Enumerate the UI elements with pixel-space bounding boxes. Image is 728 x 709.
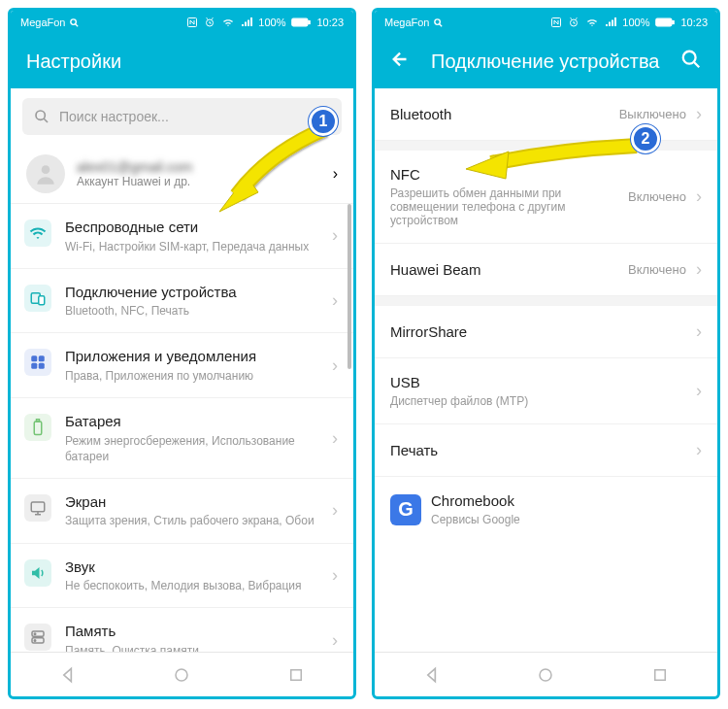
svg-rect-14 — [39, 363, 45, 369]
chevron-right-icon: › — [696, 186, 702, 207]
row-value: Выключено — [619, 107, 686, 121]
nav-home-button[interactable] — [516, 666, 575, 684]
svg-rect-17 — [31, 502, 45, 512]
account-sub: Аккаунт Huawei и др. — [77, 175, 321, 188]
row-print[interactable]: Печать › — [375, 424, 717, 477]
clock-label: 10:23 — [316, 17, 344, 28]
item-subtitle: Права, Приложения по умолчанию — [65, 368, 318, 384]
svg-rect-12 — [39, 356, 45, 362]
nav-back-button[interactable] — [403, 665, 461, 685]
settings-item-sound[interactable]: Звук Не беспокоить, Мелодия вызова, Вибр… — [11, 544, 353, 609]
svg-point-6 — [36, 111, 45, 119]
wifi-icon — [221, 17, 235, 28]
svg-rect-4 — [292, 18, 308, 26]
svg-rect-10 — [39, 295, 45, 304]
row-title: NFC — [390, 166, 618, 183]
search-placeholder: Поиск настроек... — [59, 109, 169, 124]
storage-icon — [24, 624, 51, 651]
apps-icon — [24, 349, 51, 376]
account-row[interactable]: alex01@gmail.com Аккаунт Huawei и др. › — [11, 145, 353, 204]
row-chromebook[interactable]: G Chromebook Сервисы Google — [375, 477, 717, 542]
wifi-icon — [585, 17, 599, 28]
wifi-settings-icon — [24, 219, 51, 247]
annotation-badge-1: 1 — [309, 107, 338, 136]
device-connect-icon — [24, 285, 51, 312]
search-input[interactable]: Поиск настроек... — [22, 98, 342, 135]
alarm-icon — [204, 17, 215, 28]
settings-item-display[interactable]: Экран Защита зрения, Стиль рабочего экра… — [11, 479, 353, 544]
display-icon — [24, 494, 51, 522]
item-title: Память — [65, 622, 318, 641]
chevron-right-icon: › — [332, 630, 338, 651]
clock-label: 10:23 — [680, 17, 708, 28]
row-title: Bluetooth — [390, 106, 610, 122]
settings-item-battery[interactable]: Батарея Режим энергосбережения, Использо… — [11, 398, 353, 479]
row-huawei-beam[interactable]: Huawei Beam Включено › — [375, 244, 717, 296]
settings-item-storage[interactable]: Память Память, Очистка памяти › — [11, 608, 353, 652]
svg-point-20 — [34, 633, 36, 635]
svg-point-8 — [42, 165, 50, 174]
svg-point-31 — [683, 51, 696, 64]
nav-recents-button[interactable] — [631, 666, 689, 684]
sound-icon — [24, 559, 51, 587]
battery-settings-icon — [24, 414, 51, 441]
item-subtitle: Режим энергосбережения, Использование ба… — [65, 433, 318, 464]
signal-icon — [241, 17, 252, 28]
svg-point-21 — [34, 640, 36, 642]
row-bluetooth[interactable]: Bluetooth Выключено › — [375, 88, 717, 141]
row-title: Печать — [390, 442, 686, 458]
nav-recents-button[interactable] — [267, 666, 325, 684]
carrier-label: MegaFon — [384, 17, 429, 28]
row-nfc[interactable]: NFC Разрешить обмен данными при совмещен… — [375, 151, 717, 244]
chevron-right-icon: › — [696, 259, 702, 280]
chevron-right-icon: › — [696, 381, 702, 401]
status-bar: MegaFon 100% 10:23 — [375, 11, 717, 34]
status-bar: MegaFon 100% 10:23 — [11, 11, 353, 34]
svg-point-33 — [540, 669, 551, 681]
back-button[interactable] — [390, 49, 412, 74]
section-divider — [375, 141, 717, 151]
nfc-status-icon — [186, 17, 198, 28]
item-title: Звук — [65, 557, 318, 577]
page-title: Настройки — [26, 51, 338, 73]
chromebook-logo-icon: G — [390, 494, 421, 525]
svg-line-1 — [76, 23, 79, 26]
appbar-settings: Настройки — [11, 34, 353, 88]
settings-item-wireless[interactable]: Беспроводные сети Wi-Fi, Настройки SIM-к… — [11, 204, 353, 269]
row-subtitle: Разрешить обмен данными при совмещении т… — [390, 186, 594, 227]
settings-item-device-connectivity[interactable]: Подключение устройства Bluetooth, NFC, П… — [11, 269, 353, 334]
svg-line-32 — [694, 62, 700, 68]
nfc-status-icon — [550, 17, 562, 28]
svg-line-7 — [44, 118, 48, 122]
svg-point-22 — [176, 669, 187, 681]
scrollbar[interactable] — [347, 204, 351, 369]
settings-item-apps[interactable]: Приложения и уведомления Права, Приложен… — [11, 333, 353, 398]
connectivity-list: Bluetooth Выключено › NFC Разрешить обме… — [375, 88, 717, 652]
row-subtitle: Диспетчер файлов (MTP) — [390, 394, 594, 408]
phone-right-device-connectivity: MegaFon 100% 10:23 Подключение устройств… — [372, 8, 720, 699]
search-mini-icon — [69, 17, 80, 28]
row-mirrorshare[interactable]: MirrorShare › — [375, 306, 717, 358]
item-title: Беспроводные сети — [65, 218, 318, 237]
battery-pct: 100% — [258, 17, 285, 28]
battery-icon — [291, 17, 311, 27]
item-subtitle: Защита зрения, Стиль рабочего экрана, Об… — [65, 513, 318, 528]
row-value: Включено — [628, 189, 686, 204]
item-title: Приложения и уведомления — [65, 347, 318, 366]
row-title: Chromebook — [431, 492, 702, 509]
nav-back-button[interactable] — [39, 665, 97, 685]
chevron-right-icon: › — [332, 355, 338, 376]
appbar-device-connectivity: Подключение устройства — [375, 34, 717, 88]
search-button[interactable] — [680, 49, 702, 74]
nav-home-button[interactable] — [152, 666, 211, 684]
item-title: Экран — [65, 492, 318, 512]
avatar — [26, 154, 65, 193]
battery-icon — [655, 17, 675, 27]
item-title: Подключение устройства — [65, 283, 318, 302]
svg-rect-15 — [34, 422, 42, 435]
svg-rect-30 — [673, 20, 675, 23]
row-title: MirrorShare — [390, 323, 686, 340]
svg-rect-16 — [37, 420, 40, 422]
row-usb[interactable]: USB Диспетчер файлов (MTP) › — [375, 358, 717, 424]
android-navbar — [375, 652, 717, 696]
